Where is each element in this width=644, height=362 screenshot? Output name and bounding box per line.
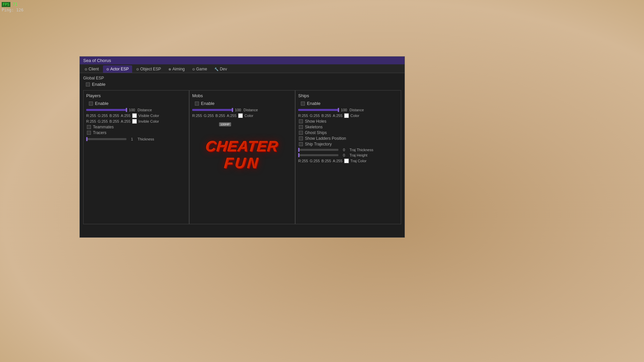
dev-icon: 🔧 [214, 67, 218, 71]
players-a2: A:255 [121, 119, 130, 123]
mobs-hp-bar: 100HP [219, 121, 231, 126]
ships-ghost-ships-checkbox[interactable] [299, 131, 303, 135]
ships-traj-thickness-value: 0 [340, 148, 348, 152]
mobs-color-row: R:255 G:255 B:255 A:255 Color [192, 113, 292, 118]
ships-b1: B:255 [321, 114, 331, 118]
watermark-line2: FUN [192, 155, 293, 172]
game-icon: ⊙ [192, 67, 195, 71]
players-b2: B:255 [109, 119, 119, 123]
ships-ghost-ships-label: Ghost Ships [305, 130, 327, 135]
ships-distance-slider[interactable] [298, 109, 338, 111]
tab-aiming[interactable]: ⊕ Aiming [165, 65, 188, 73]
ships-distance-label: Distance [350, 108, 364, 112]
main-window: Sea of Chorus ⊙ Client ⊙ Actor ESP ⊙ Obj… [79, 56, 405, 238]
tab-game[interactable]: ⊙ Game [189, 65, 211, 73]
ships-r1: R:255 [298, 114, 308, 118]
players-r2: R:255 [86, 119, 96, 123]
ships-enable-row: Enable [298, 101, 398, 106]
ships-traj-height-slider[interactable] [298, 154, 338, 156]
mobs-g1: G:255 [204, 114, 214, 118]
title-bar: Sea of Chorus [80, 57, 405, 64]
ships-distance-row: 100 Distance [298, 108, 398, 112]
players-thickness-slider[interactable] [86, 138, 126, 140]
ships-a1: A:255 [333, 114, 342, 118]
players-thickness-value: 1 [128, 137, 136, 141]
ships-g1: G:255 [310, 114, 320, 118]
tab-dev-label: Dev [220, 67, 227, 71]
ships-a2: A:255 [333, 159, 342, 163]
ships-show-holes-row: Show Holes [298, 119, 398, 124]
hud-fps: FPS 71 [2, 2, 23, 7]
ships-traj-thickness-slider[interactable] [298, 149, 338, 151]
content-area: Global ESP Enable Players Enable [80, 73, 405, 237]
ships-traj-color-row: R:255 G:255 B:255 A:255 Traj Color [298, 159, 398, 163]
players-invis-color-row: R:255 G:255 B:255 A:255 Invible Color [86, 119, 186, 124]
mobs-enable-label: Enable [201, 101, 214, 106]
tab-object-esp[interactable]: ⊙ Object ESP [133, 65, 164, 73]
players-r1: R:255 [86, 114, 96, 118]
ships-skeletons-checkbox[interactable] [299, 125, 303, 129]
tab-actor-esp[interactable]: ⊙ Actor ESP [103, 65, 132, 73]
mobs-color-swatch[interactable] [238, 113, 243, 118]
players-distance-slider[interactable] [86, 109, 126, 111]
mobs-panel: Mobs Enable 100 Distance R:255 [189, 90, 295, 224]
ships-r2: R:255 [298, 159, 308, 163]
mobs-b1: B:255 [215, 114, 225, 118]
mobs-distance-label: Distance [244, 108, 258, 112]
players-teammates-row: Teammates [86, 125, 186, 129]
ships-color-swatch[interactable] [344, 113, 349, 118]
players-teammates-checkbox[interactable] [87, 125, 91, 129]
mobs-a1: A:255 [227, 114, 236, 118]
window-title: Sea of Chorus [83, 58, 111, 63]
mobs-color-label: Color [245, 114, 253, 118]
players-tracers-row: Tracers [86, 130, 186, 135]
ships-ghost-ships-row: Ghost Ships [298, 130, 398, 135]
global-esp-section: Global ESP Enable [83, 76, 401, 87]
players-title: Players [86, 93, 186, 98]
ships-enable-label: Enable [307, 101, 320, 106]
ships-traj-thickness-label: Traj Thickness [350, 148, 373, 152]
panels-container: Players Enable 100 Distance R:255 [83, 90, 401, 224]
client-icon: ⊙ [85, 67, 87, 71]
players-g1: G:255 [98, 114, 108, 118]
players-panel: Players Enable 100 Distance R:255 [83, 90, 189, 224]
mobs-hp-label: 100HP [219, 122, 231, 126]
ships-show-holes-checkbox[interactable] [299, 119, 303, 123]
players-tracers-checkbox[interactable] [87, 131, 91, 135]
players-invis-color-swatch[interactable] [132, 119, 137, 124]
players-visible-color-row: R:255 G:255 B:255 A:255 Visible Color [86, 113, 186, 118]
ships-traj-color-swatch[interactable] [344, 159, 349, 163]
players-enable-row: Enable [86, 101, 186, 106]
tab-game-label: Game [196, 67, 207, 71]
aiming-icon: ⊕ [168, 67, 171, 71]
ships-traj-height-value: 0 [340, 153, 348, 157]
ships-trajectory-checkbox[interactable] [299, 142, 303, 146]
tab-actor-esp-label: Actor ESP [110, 67, 129, 71]
players-distance-label: Distance [138, 108, 152, 112]
players-teammates-label: Teammates [93, 125, 114, 129]
ships-color-label: Color [351, 114, 359, 118]
ships-skeletons-row: Skeletons [298, 125, 398, 129]
mobs-enable-checkbox[interactable] [195, 102, 199, 106]
mobs-title: Mobs [192, 93, 292, 98]
players-visible-color-swatch[interactable] [132, 113, 137, 118]
players-distance-row: 100 Distance [86, 108, 186, 112]
ships-enable-checkbox[interactable] [301, 102, 305, 106]
global-esp-enable-checkbox[interactable] [86, 82, 90, 86]
tab-dev[interactable]: 🔧 Dev [211, 65, 230, 73]
players-enable-checkbox[interactable] [89, 102, 93, 106]
players-thickness-row: 1 Thickness [86, 137, 186, 141]
global-esp-enable-row: Enable [83, 82, 401, 87]
tab-aiming-label: Aiming [172, 67, 185, 71]
ships-ladders-row: Show Ladders Position [298, 136, 398, 141]
mobs-r1: R:255 [192, 114, 202, 118]
tab-client[interactable]: ⊙ Client [81, 65, 102, 73]
ships-traj-thickness-row: 0 Traj Thickness [298, 148, 398, 152]
mobs-distance-slider[interactable] [192, 109, 232, 111]
players-g2: G:255 [98, 119, 108, 123]
mobs-distance-value: 100 [234, 108, 242, 112]
ships-ladders-checkbox[interactable] [299, 136, 303, 140]
tab-client-label: Client [89, 67, 99, 71]
ships-traj-height-label: Traj Height [350, 153, 367, 157]
ships-panel: Ships Enable 100 Distance R:255 [295, 90, 401, 224]
